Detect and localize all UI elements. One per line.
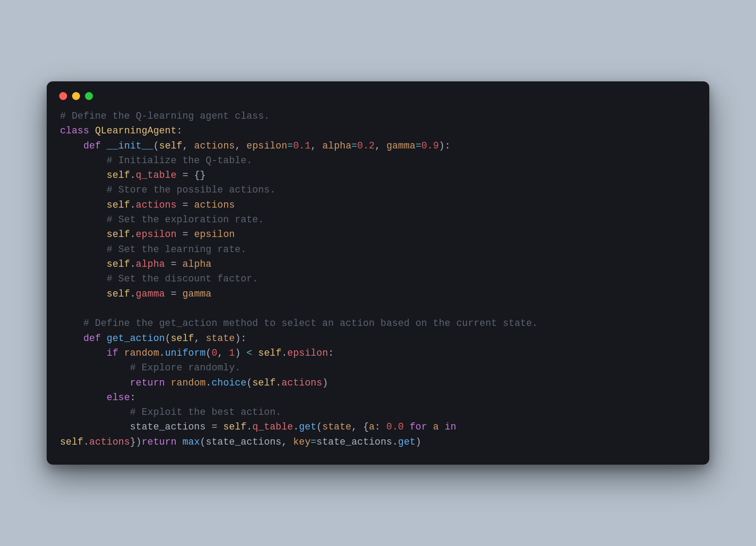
window-titlebar xyxy=(47,81,709,103)
number: 0.2 xyxy=(357,141,374,151)
punct: . xyxy=(281,348,287,358)
space xyxy=(165,377,171,388)
identifier: state_actions xyxy=(130,422,205,432)
punct: . xyxy=(83,437,89,447)
fn-get: get xyxy=(299,422,316,432)
identifier: a xyxy=(433,422,439,432)
comment: # Explore randomly. xyxy=(60,362,241,373)
attr: epsilon xyxy=(136,229,177,240)
attr: gamma xyxy=(136,289,165,299)
keyword-class: class xyxy=(60,125,89,136)
space xyxy=(177,437,182,447)
indent xyxy=(60,259,107,269)
param: state xyxy=(206,333,235,344)
minimize-icon[interactable] xyxy=(72,92,80,100)
kwarg: key xyxy=(293,437,310,447)
punct: ( xyxy=(165,333,171,344)
space xyxy=(439,422,445,432)
close-icon[interactable] xyxy=(59,92,67,100)
zoom-icon[interactable] xyxy=(85,92,93,100)
comment: # Initialize the Q-table. xyxy=(60,155,252,166)
identifier: epsilon xyxy=(194,229,235,240)
param: epsilon xyxy=(246,141,287,151)
self: self xyxy=(252,377,275,388)
identifier: gamma xyxy=(182,289,212,299)
punct: : xyxy=(130,392,136,403)
punct: : xyxy=(177,125,182,136)
indent xyxy=(60,422,130,432)
punct: , xyxy=(375,141,386,151)
comment: # Define the get_action method to select… xyxy=(60,318,538,329)
fn-get: get xyxy=(398,437,415,447)
attr: epsilon xyxy=(287,348,328,358)
comment: # Set the exploration rate. xyxy=(60,214,264,225)
punct: , xyxy=(281,437,293,447)
identifier: state_actions xyxy=(317,437,392,447)
comment: # Set the discount factor. xyxy=(60,273,258,284)
op: = xyxy=(206,422,223,432)
identifier: a xyxy=(369,422,375,432)
keyword-return: return xyxy=(130,377,165,388)
indent xyxy=(60,392,107,403)
op: = xyxy=(177,229,194,240)
comment: # Set the learning rate. xyxy=(60,244,246,255)
op-lt: < xyxy=(241,348,258,358)
punct: . xyxy=(130,170,136,181)
code-editor[interactable]: # Define the Q-learning agent class. cla… xyxy=(47,103,709,465)
punct: ( xyxy=(317,422,322,432)
attr: actions xyxy=(136,200,177,210)
punct: . xyxy=(246,422,252,432)
punct: ): xyxy=(439,141,450,151)
punct: , xyxy=(351,422,363,432)
attr: actions xyxy=(281,377,322,388)
punct: : xyxy=(328,348,334,358)
punct: ) xyxy=(235,348,241,358)
punct: : xyxy=(375,422,386,432)
punct: . xyxy=(293,422,299,432)
punct: . xyxy=(392,437,398,447)
identifier: state xyxy=(322,422,352,432)
punct: . xyxy=(276,377,281,388)
param: actions xyxy=(194,141,235,151)
param: alpha xyxy=(322,141,352,151)
fn-max: max xyxy=(182,437,200,447)
space xyxy=(427,422,433,432)
identifier: state_actions xyxy=(206,437,281,447)
self: self xyxy=(107,289,130,299)
self: self xyxy=(159,141,182,151)
punct: . xyxy=(130,229,136,240)
op: = xyxy=(287,141,293,151)
punct: ) xyxy=(322,377,328,388)
attr: q_table xyxy=(252,422,293,432)
number: 1 xyxy=(229,348,235,358)
punct: . xyxy=(159,348,165,358)
number: 0.0 xyxy=(386,422,404,432)
indent xyxy=(60,348,107,358)
punct: . xyxy=(130,289,136,299)
fn-uniform: uniform xyxy=(165,348,206,358)
space xyxy=(404,422,410,432)
punct: , xyxy=(217,348,229,358)
op: = xyxy=(177,200,194,210)
keyword-return: return xyxy=(141,437,177,447)
self: self xyxy=(107,170,130,181)
keyword-def: def xyxy=(83,141,101,151)
attr: actions xyxy=(89,437,130,447)
punct: { xyxy=(363,422,369,432)
keyword-if: if xyxy=(107,348,118,358)
fn-choice: choice xyxy=(212,377,247,388)
self: self xyxy=(60,437,83,447)
punct: . xyxy=(130,259,136,269)
comment: # Define the Q-learning agent class. xyxy=(60,111,270,121)
op: = xyxy=(165,259,182,269)
indent xyxy=(60,200,107,210)
comment: # Store the possible actions. xyxy=(60,185,276,195)
punct: , xyxy=(194,333,205,344)
punct: ( xyxy=(153,141,159,151)
op: = xyxy=(177,170,194,181)
number: 0.9 xyxy=(422,141,439,151)
identifier: random xyxy=(171,377,206,388)
space xyxy=(118,348,124,358)
code-window: # Define the Q-learning agent class. cla… xyxy=(47,81,709,465)
indent xyxy=(60,333,83,344)
